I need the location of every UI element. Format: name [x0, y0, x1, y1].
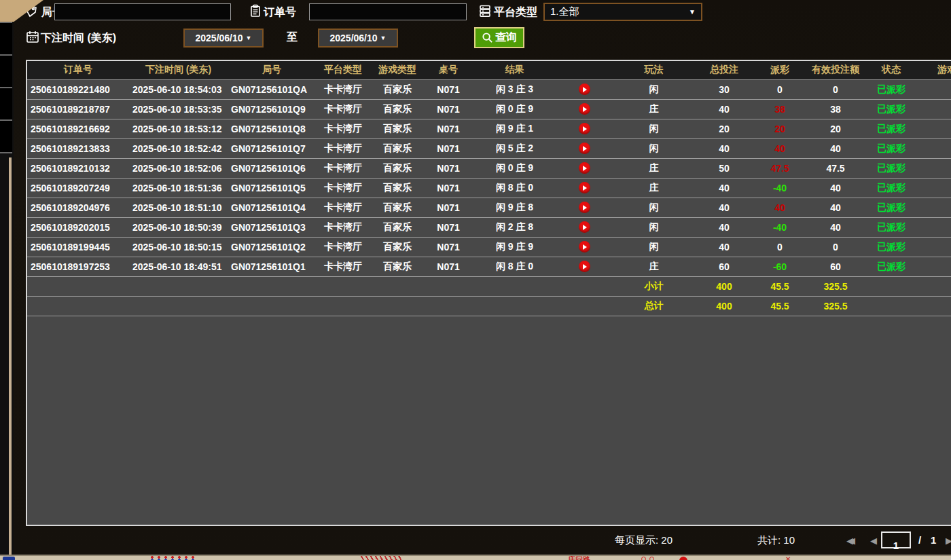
cell-table-no: N071	[425, 217, 472, 237]
chevron-down-icon	[246, 35, 252, 41]
table-row[interactable]: 2506101892101322025-06-10 18:52:06GN0712…	[27, 158, 951, 178]
cell-platform: 卡卡湾厅	[316, 79, 370, 99]
page-input[interactable]: 1	[881, 531, 911, 548]
cell-result: 闲 9 庄 8	[472, 198, 557, 217]
col-result: 结果	[472, 61, 557, 79]
cell-video	[557, 217, 611, 237]
cell-payout: 0	[752, 79, 808, 99]
background-ring-icon	[641, 557, 646, 560]
table-row[interactable]: 2506101892187872025-06-10 18:53:35GN0712…	[27, 99, 951, 119]
cell-bet-time: 2025-06-10 18:49:51	[129, 257, 228, 276]
date-to-value: 2025/06/10	[330, 33, 378, 43]
table-row[interactable]: 2506101891972532025-06-10 18:49:51GN0712…	[27, 257, 951, 276]
prev-page-icon[interactable]: ◀	[870, 536, 877, 546]
cell-mode: -	[919, 198, 951, 217]
cell-table-no: N071	[425, 178, 472, 198]
cell-platform: 卡卡湾厅	[316, 257, 370, 276]
cell-status: 已派彩	[863, 178, 919, 198]
cell-order-no: 250610189210132	[27, 158, 129, 178]
cell-video	[557, 99, 611, 119]
cell-mode: -	[919, 158, 951, 178]
table-row[interactable]: 2506101892049762025-06-10 18:51:10GN0712…	[27, 198, 951, 217]
cell-platform: 卡卡湾厅	[316, 217, 370, 237]
col-game-type: 游戏类型	[370, 61, 425, 79]
cell-valid-bet: 60	[808, 257, 863, 276]
cell-bet-time: 2025-06-10 18:54:03	[129, 79, 228, 99]
total-total-bet: 400	[696, 296, 752, 316]
cell-status: 已派彩	[863, 237, 919, 257]
table-row[interactable]: 2506101892214802025-06-10 18:54:03GN0712…	[27, 79, 951, 99]
first-page-icon[interactable]: ◀◀	[846, 536, 855, 546]
play-video-icon[interactable]	[579, 103, 590, 115]
order-no-input[interactable]	[309, 3, 467, 20]
betting-records-screen: 局号 订单号 平台类型 1.全部 下注时间 (美东) 2025/06/10 至 …	[0, 0, 951, 560]
col-platform: 平台类型	[316, 61, 370, 79]
play-video-icon[interactable]	[579, 221, 590, 233]
cell-order-no: 250610189216692	[27, 119, 129, 138]
cell-order-no: 250610189202015	[27, 217, 129, 237]
col-table-no: 桌号	[425, 61, 472, 79]
cell-bet-time: 2025-06-10 18:53:35	[129, 99, 228, 119]
cell-game-type: 百家乐	[370, 138, 425, 158]
cell-play: 闲	[611, 79, 696, 99]
table-row[interactable]: 2506101892138332025-06-10 18:52:42GN0712…	[27, 138, 951, 158]
play-video-icon[interactable]	[579, 162, 590, 174]
cell-total-bet: 20	[696, 119, 752, 138]
background-window-bottom-strip: 庄问路	[0, 555, 951, 560]
platform-stack-icon	[478, 4, 492, 18]
play-video-icon[interactable]	[579, 182, 590, 193]
cell-play: 闲	[611, 119, 696, 138]
cell-payout: 38	[752, 99, 808, 119]
cell-payout: -40	[752, 178, 808, 198]
cell-status: 已派彩	[863, 119, 919, 138]
cell-play: 闲	[611, 138, 696, 158]
col-video	[557, 61, 611, 79]
per-page-label: 每页显示: 20	[615, 534, 672, 547]
play-video-icon[interactable]	[579, 83, 590, 95]
query-button[interactable]: 查询	[474, 27, 524, 48]
next-page-icon[interactable]: ▶	[946, 536, 951, 546]
play-video-icon[interactable]	[579, 123, 590, 134]
play-video-icon[interactable]	[579, 261, 590, 272]
cell-payout: -40	[752, 217, 808, 237]
cell-result: 闲 9 庄 9	[472, 237, 557, 257]
play-video-icon[interactable]	[579, 241, 590, 253]
date-to-picker[interactable]: 2025/06/10	[318, 29, 398, 48]
col-status: 状态	[863, 61, 919, 79]
cell-game-no: GN071256101QA	[228, 79, 316, 99]
cell-platform: 卡卡湾厅	[316, 178, 370, 198]
game-no-input[interactable]	[54, 3, 231, 20]
platform-type-select[interactable]: 1.全部	[543, 3, 702, 21]
date-from-picker[interactable]: 2025/06/10	[183, 29, 264, 48]
background-roadmap-slashes	[360, 556, 402, 560]
x-icon	[785, 555, 791, 560]
cell-video	[557, 257, 611, 276]
chevron-down-icon	[689, 8, 696, 16]
cell-mode: -	[919, 237, 951, 257]
subtotal-valid-bet: 325.5	[808, 276, 863, 296]
table-row[interactable]: 2506101892072492025-06-10 18:51:36GN0712…	[27, 178, 951, 198]
cell-total-bet: 40	[696, 138, 752, 158]
table-row[interactable]: 2506101892166922025-06-10 18:53:12GN0712…	[27, 119, 951, 138]
cell-video	[557, 237, 611, 257]
cell-game-type: 百家乐	[370, 99, 425, 119]
cell-bet-time: 2025-06-10 18:51:10	[129, 198, 228, 217]
play-video-icon[interactable]	[579, 202, 590, 213]
cell-payout: 40	[752, 138, 808, 158]
cell-order-no: 250610189213833	[27, 138, 129, 158]
table-row[interactable]: 2506101892020152025-06-10 18:50:39GN0712…	[27, 217, 951, 237]
col-order-no: 订单号	[27, 61, 129, 79]
cell-total-bet: 60	[696, 257, 752, 276]
cell-result: 闲 3 庄 3	[472, 79, 557, 99]
play-video-icon[interactable]	[579, 143, 590, 154]
background-window-left-edge	[0, 0, 14, 560]
cell-status: 已派彩	[863, 99, 919, 119]
cell-order-no: 250610189218787	[27, 99, 129, 119]
cell-video	[557, 138, 611, 158]
cell-bet-time: 2025-06-10 18:53:12	[129, 119, 228, 138]
table-row[interactable]: 2506101891994452025-06-10 18:50:15GN0712…	[27, 237, 951, 257]
cell-result: 闲 0 庄 9	[472, 99, 557, 119]
cell-table-no: N071	[425, 79, 472, 99]
col-game-mode: 游戏模式	[919, 61, 951, 79]
cell-game-type: 百家乐	[370, 257, 425, 276]
